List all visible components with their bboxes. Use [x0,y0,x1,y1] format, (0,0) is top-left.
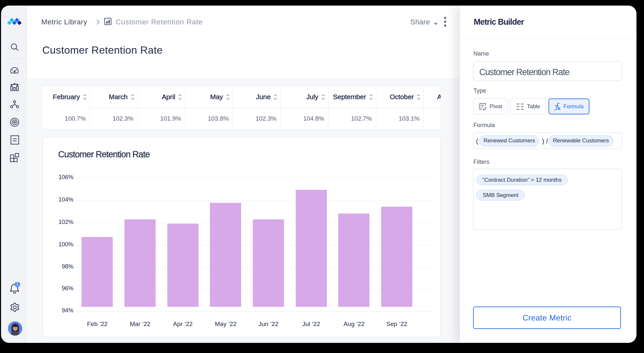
svg-text:2: 2 [16,282,19,287]
